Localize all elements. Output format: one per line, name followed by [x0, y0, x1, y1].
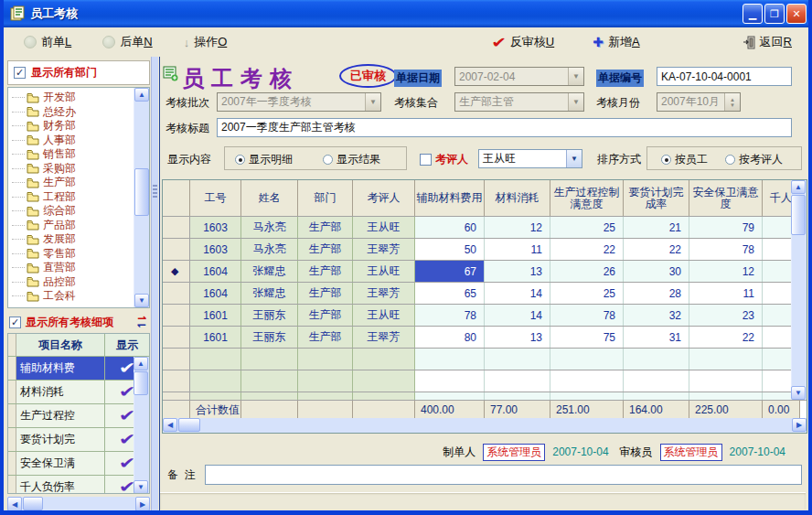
tree-item-总经办[interactable]: 总经办 — [8, 105, 149, 120]
row-selector[interactable] — [163, 217, 190, 238]
grid-num-cell[interactable]: 75 — [550, 327, 624, 348]
tree-scroll-up-icon[interactable]: ▲ — [134, 88, 149, 102]
items-scroll-down-icon[interactable]: ▼ — [134, 480, 148, 494]
grid-num-cell[interactable]: 78 — [415, 305, 485, 326]
grid-num-cell[interactable]: 79 — [689, 217, 763, 238]
grid-num-cell[interactable]: 80 — [415, 327, 485, 348]
combo-arrow-icon[interactable]: ▼ — [568, 68, 583, 85]
grid-num-cell[interactable]: 25 — [550, 283, 624, 304]
grid-col-header[interactable]: 部门 — [298, 180, 353, 216]
add-button[interactable]: ✚ 新增A — [585, 31, 646, 53]
grid-num-cell[interactable]: 30 — [624, 261, 689, 282]
grid-num-cell[interactable]: 50 — [415, 239, 485, 260]
grid-num-cell[interactable]: 14 — [485, 305, 550, 326]
grid-empty-row[interactable] — [163, 392, 807, 401]
grid-text-cell[interactable]: 王从旺 — [353, 261, 415, 282]
totals-value[interactable]: 225.00 — [689, 401, 763, 419]
show-all-depts-checkbox[interactable]: ✓ — [14, 67, 26, 79]
grid-num-cell[interactable]: 11 — [689, 283, 763, 304]
item-row-安全保卫满[interactable]: 安全保卫满✔ — [8, 452, 149, 476]
grid-text-cell[interactable]: 1601 — [190, 305, 241, 326]
item-row-材料消耗[interactable]: 材料消耗✔ — [8, 381, 149, 404]
grid-num-cell[interactable]: 28 — [624, 283, 689, 304]
grid-col-header[interactable]: 辅助材料费用 — [415, 180, 485, 216]
items-scrollbar[interactable]: ▲ ▼ — [134, 357, 149, 494]
return-button[interactable]: 返回R — [735, 31, 799, 53]
panel-splitter[interactable] — [151, 57, 158, 511]
grid-text-cell[interactable]: 1604 — [190, 261, 241, 282]
tree-item-生产部[interactable]: 生产部 — [8, 176, 149, 190]
grid-empty-row[interactable] — [163, 370, 807, 392]
month-spinner[interactable]: 2007年10月▲▼ — [657, 92, 741, 112]
combo-arrow-icon[interactable]: ▼ — [568, 93, 583, 111]
tree-item-工会科[interactable]: 工会科 — [8, 289, 149, 304]
left-hscroll-thumb[interactable] — [23, 497, 43, 510]
prev-doc-button[interactable]: 前单L — [16, 31, 79, 53]
close-button[interactable]: ✕ — [786, 4, 807, 24]
grid-text-cell[interactable]: 生产部 — [298, 217, 353, 238]
item-row-辅助材料费[interactable]: 辅助材料费✔ — [8, 357, 149, 381]
totals-label[interactable]: 合计数值 — [190, 401, 241, 419]
grid-num-cell[interactable]: 22 — [624, 239, 689, 260]
row-selector[interactable] — [163, 283, 190, 304]
grid-scroll-up-icon[interactable]: ▲ — [791, 180, 806, 194]
grid-text-cell[interactable]: 1601 — [190, 327, 241, 348]
tree-item-零售部[interactable]: 零售部 — [8, 247, 149, 262]
grid-num-cell[interactable]: 14 — [485, 283, 550, 304]
radio-show-result[interactable]: 显示结果 — [323, 152, 380, 167]
grid-num-cell[interactable]: 12 — [689, 261, 763, 282]
grid-text-cell[interactable]: 王从旺 — [353, 305, 415, 326]
left-panel-hscroll[interactable]: ◀ ▶ — [7, 497, 150, 511]
totals-value[interactable]: 251.00 — [550, 401, 624, 419]
grid-num-cell[interactable]: 21 — [624, 217, 689, 238]
grid-text-cell[interactable]: 生产部 — [298, 305, 353, 326]
grid-num-cell[interactable]: 78 — [550, 305, 624, 326]
radio-by-assessor[interactable]: 按考评人 — [725, 152, 783, 167]
grid-text-cell[interactable]: 王从旺 — [353, 217, 415, 238]
grid-text-cell[interactable]: 张耀忠 — [241, 283, 298, 304]
grid-num-cell[interactable]: 31 — [624, 327, 689, 348]
grid-num-cell[interactable]: 26 — [550, 261, 624, 282]
tree-item-财务部[interactable]: 财务部 — [8, 119, 149, 134]
grid-text-cell[interactable]: 马永亮 — [241, 239, 298, 260]
tree-scroll-thumb[interactable] — [134, 168, 149, 216]
grid-text-cell[interactable]: 王丽东 — [241, 305, 298, 326]
grid-empty-row[interactable] — [163, 349, 807, 370]
grid-num-cell[interactable]: 12 — [485, 217, 550, 238]
row-selector[interactable] — [163, 239, 190, 260]
grid-data-row[interactable]: 1604张耀忠生产部王翠芳6514252811 — [163, 283, 807, 305]
row-selector[interactable] — [163, 327, 190, 348]
grid-text-cell[interactable]: 1603 — [190, 239, 241, 260]
maximize-button[interactable]: ❐ — [764, 4, 785, 24]
next-doc-button[interactable]: 后单N — [95, 31, 159, 53]
left-hscroll-right-icon[interactable]: ▶ — [135, 497, 150, 511]
grid-col-header[interactable]: 姓名 — [241, 180, 298, 216]
set-combo[interactable]: 生产部主管▼ — [454, 92, 584, 112]
grid-data-row[interactable]: 1601王丽东生产部王翠芳8013753122 — [163, 327, 807, 349]
grid-scroll-down-icon[interactable]: ▼ — [791, 386, 806, 400]
grid-col-header[interactable]: 材料消耗 — [485, 180, 550, 216]
grid-scroll-thumb[interactable] — [791, 195, 806, 235]
doc-no-input[interactable]: KA-07-10-04-0001 — [657, 67, 792, 86]
grid-text-cell[interactable]: 王翠芳 — [353, 239, 415, 260]
grid-text-cell[interactable]: 马永亮 — [241, 217, 298, 238]
combo-arrow-icon[interactable]: ▼ — [365, 93, 380, 111]
grid-hscroll-left-icon[interactable]: ◀ — [163, 418, 177, 432]
grid-col-header[interactable]: 工号 — [190, 180, 241, 216]
row-selector[interactable]: ◆ — [163, 261, 190, 282]
grid-col-header[interactable]: 要货计划完成率 — [624, 180, 689, 216]
grid-num-cell[interactable]: 67 — [415, 261, 485, 282]
spinner-arrows-icon[interactable]: ▲▼ — [724, 93, 740, 111]
item-row-生产过程控[interactable]: 生产过程控✔ — [8, 404, 149, 428]
combo-arrow-icon[interactable]: ▼ — [566, 150, 582, 167]
grid-col-header[interactable]: 生产过程控制满意度 — [550, 180, 624, 216]
totals-value[interactable]: 0.00 — [763, 401, 800, 419]
item-row-要货计划完[interactable]: 要货计划完✔ — [8, 428, 149, 452]
row-selector[interactable] — [163, 305, 190, 326]
grid-text-cell[interactable]: 1603 — [190, 217, 241, 238]
grid-text-cell[interactable]: 王翠芳 — [353, 283, 415, 304]
grid-num-cell[interactable]: 78 — [689, 239, 763, 260]
totals-value[interactable]: 400.00 — [415, 401, 485, 419]
tree-item-直营部[interactable]: 直营部 — [8, 261, 149, 275]
grid-num-cell[interactable]: 13 — [485, 261, 550, 282]
